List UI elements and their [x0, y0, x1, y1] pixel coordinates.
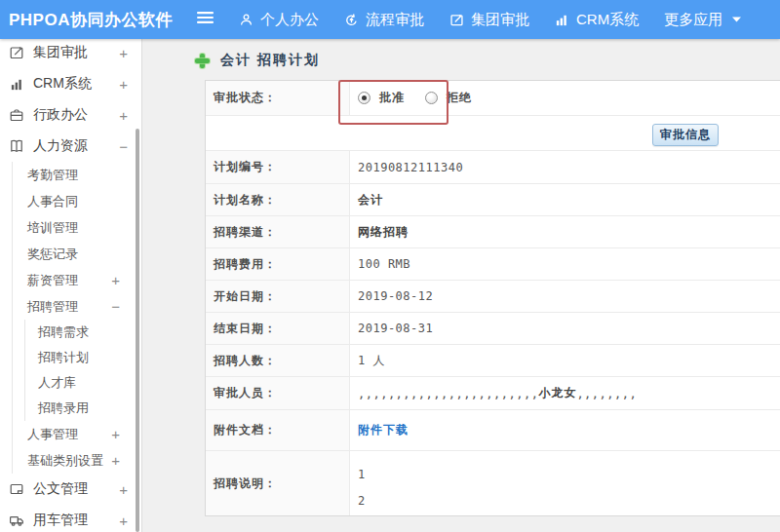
collapse-toggle[interactable]: − — [111, 299, 120, 314]
nav-item-more-apps[interactable]: 更多应用 — [664, 11, 741, 29]
document-icon — [8, 481, 25, 497]
sidebar-item-vehicle-mgmt[interactable]: 用车管理 + — [0, 505, 141, 532]
field-label: 开始日期： — [206, 281, 350, 312]
app-window: PHPOA协同办公软件 个人办公 流程审批 — [0, 0, 780, 532]
table-row: 附件文档： 附件下载 — [206, 410, 780, 451]
start-date-value: 2019-08-12 — [358, 289, 433, 303]
edit-square-icon — [8, 45, 25, 60]
radio-reject-label[interactable]: 拒绝 — [447, 90, 472, 106]
recruit-cost-value: 100 RMB — [358, 257, 410, 271]
sidebar-item-document-mgmt[interactable]: 公文管理 + — [0, 474, 141, 505]
page-title-bar: 会计 招聘计划 — [195, 52, 320, 69]
field-label: 招聘说明： — [206, 451, 350, 515]
sidebar-item-training-mgmt[interactable]: 培训管理 — [13, 214, 120, 241]
approver-commas-prefix: ,,,,,,,,,,,,,,,,,,,,,,,, — [358, 387, 538, 400]
page-title: 会计 招聘计划 — [220, 52, 320, 69]
expand-toggle[interactable]: + — [119, 77, 128, 92]
expand-toggle[interactable]: + — [111, 427, 120, 441]
sidebar-item-recruit-plan[interactable]: 招聘计划 — [25, 345, 120, 370]
nav-item-crm-system[interactable]: CRM系统 — [555, 11, 639, 29]
expand-toggle[interactable]: + — [119, 108, 128, 123]
sidebar-item-recruit-demand[interactable]: 招聘需求 — [25, 320, 120, 345]
field-label: 计划名称： — [206, 184, 350, 215]
field-label: 附件文档： — [206, 410, 350, 450]
sidebar-item-crm-system[interactable]: CRM系统 + — [0, 68, 141, 99]
recruit-channel-value: 网络招聘 — [358, 224, 409, 241]
radio-approve-label[interactable]: 批准 — [379, 90, 405, 106]
expand-toggle[interactable]: + — [119, 46, 128, 60]
sidebar-item-attendance-mgmt[interactable]: 考勤管理 — [13, 162, 120, 188]
nav-item-personal-office[interactable]: 个人办公 — [239, 11, 319, 29]
table-row: 招聘人数： 1 人 — [206, 345, 780, 377]
nav-item-label: 更多应用 — [664, 11, 722, 29]
chevron-down-icon — [732, 17, 741, 22]
sidebar-item-recruit-hiring[interactable]: 招聘录用 — [25, 396, 120, 421]
approver-commas-suffix: ,,,,,,,, — [576, 387, 637, 400]
recruit-submenu: 招聘需求 招聘计划 人才库 招聘录用 — [24, 320, 120, 421]
green-plus-icon — [195, 54, 210, 68]
expand-toggle[interactable]: + — [119, 513, 128, 528]
sidebar-item-reward-punish-records[interactable]: 奖惩记录 — [13, 241, 120, 267]
hr-submenu: 考勤管理 人事合同 培训管理 奖惩记录 薪资管理 + 招聘管理 − 招聘需求 — [12, 162, 141, 474]
field-label: 结束日期： — [206, 313, 350, 344]
truck-icon — [8, 513, 25, 528]
field-label: 审批人员： — [206, 377, 350, 409]
nav-item-workflow-approval[interactable]: 流程审批 — [344, 11, 424, 29]
bar-chart-icon — [8, 77, 25, 92]
table-row: 结束日期： 2019-08-31 — [206, 313, 780, 345]
top-navigation: 个人办公 流程审批 集团审批 CRM系统 更多应用 — [197, 0, 766, 39]
end-date-value: 2019-08-31 — [358, 322, 433, 335]
radio-reject[interactable] — [425, 92, 438, 104]
sidebar-item-hr-contract[interactable]: 人事合同 — [13, 188, 120, 214]
workflow-arrow-icon — [344, 13, 359, 27]
table-row: 计划编号： 20190812111340 — [206, 151, 780, 184]
table-row: 招聘说明： 1 2 — [206, 451, 780, 515]
nav-item-label: CRM系统 — [576, 11, 639, 29]
collapse-toggle[interactable]: − — [119, 139, 128, 154]
main-content: 会计 招聘计划 审批状态： 批准 拒绝 审批信息 — [143, 39, 780, 532]
approval-info-button[interactable]: 审批信息 — [652, 124, 719, 146]
sidebar-item-salary-mgmt[interactable]: 薪资管理 + — [13, 267, 120, 293]
sidebar-item-talent-pool[interactable]: 人才库 — [25, 370, 120, 396]
table-row: 计划名称： 会计 — [206, 184, 780, 216]
expand-toggle[interactable]: + — [119, 482, 128, 497]
table-row: 审批人员： ,,,,,,,,,,,,,,,,,,,,,,,,小龙女,,,,,,,… — [206, 377, 780, 410]
nav-item-label: 集团审批 — [471, 11, 529, 29]
approver-name: 小龙女 — [538, 385, 576, 401]
bar-chart-icon — [555, 13, 569, 27]
recruit-note-line: 2 — [358, 488, 780, 514]
attachment-download-link[interactable]: 附件下载 — [358, 422, 409, 438]
book-icon — [8, 138, 25, 154]
nav-item-label: 流程审批 — [366, 11, 424, 29]
nav-item-label: 个人办公 — [260, 11, 319, 29]
app-logo: PHPOA协同办公软件 — [9, 9, 173, 31]
approval-radio-group: 批准 拒绝 — [358, 90, 484, 106]
sidebar-item-recruit-mgmt[interactable]: 招聘管理 − — [13, 293, 120, 320]
field-label: 审批状态： — [206, 81, 350, 115]
person-icon — [239, 13, 254, 27]
headcount-value: 1 人 — [358, 353, 385, 369]
sidebar-item-personnel-mgmt[interactable]: 人事管理 + — [13, 421, 120, 447]
nav-item-group-approval[interactable]: 集团审批 — [449, 11, 529, 29]
hamburger-icon — [197, 11, 214, 28]
table-row: 招聘费用： 100 RMB — [206, 248, 780, 281]
table-row: 招聘渠道： 网络招聘 — [206, 216, 780, 248]
approval-button-row: 审批信息 — [206, 116, 780, 151]
recruit-note-line: 1 — [358, 462, 780, 488]
sidebar-item-human-resources[interactable]: 人力资源 − — [0, 131, 141, 162]
plan-number-value: 20190812111340 — [358, 161, 463, 174]
field-label: 招聘费用： — [206, 248, 350, 280]
sidebar-item-admin-office[interactable]: 行政办公 + — [0, 99, 141, 131]
expand-toggle[interactable]: + — [111, 273, 120, 287]
sidebar-scrollbar-thumb[interactable] — [136, 129, 139, 532]
sidebar: 集团审批 + CRM系统 + 行政办公 + 人力资源 − 考 — [0, 39, 142, 532]
field-label: 计划编号： — [206, 151, 350, 183]
hamburger-menu-button[interactable] — [197, 11, 214, 28]
expand-toggle[interactable]: + — [111, 453, 120, 468]
field-label: 招聘人数： — [206, 345, 350, 376]
approval-status-row: 审批状态： 批准 拒绝 — [206, 81, 780, 116]
sidebar-item-base-category-settings[interactable]: 基础类别设置 + — [13, 447, 120, 474]
field-label: 招聘渠道： — [206, 216, 350, 247]
sidebar-item-group-approval[interactable]: 集团审批 + — [0, 39, 141, 68]
radio-approve[interactable] — [358, 92, 370, 104]
